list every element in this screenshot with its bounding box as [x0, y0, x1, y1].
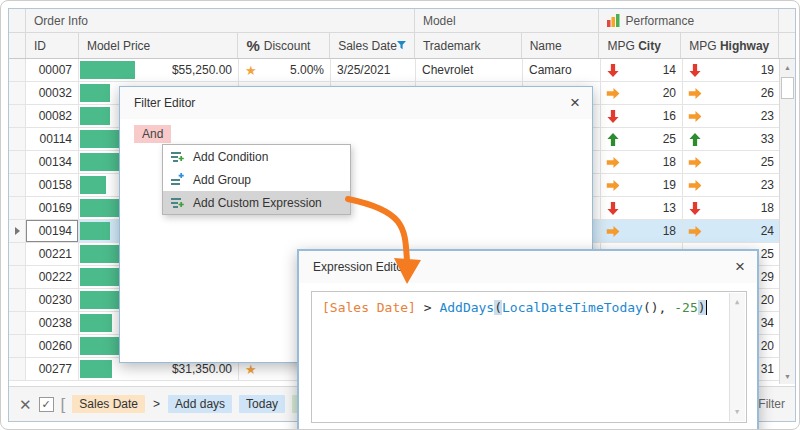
- cell-id[interactable]: 00134: [26, 151, 79, 173]
- cell-id[interactable]: 00114: [26, 128, 79, 150]
- cell-id[interactable]: 00221: [26, 243, 79, 265]
- filter-chip-op[interactable]: >: [152, 395, 161, 413]
- vertical-scrollbar[interactable]: ▲ ▼: [779, 59, 795, 384]
- band-performance[interactable]: Performance: [599, 9, 779, 32]
- expression-scrollbar[interactable]: ▲ ▼: [729, 293, 745, 421]
- discount-star-icon: ★: [245, 64, 257, 77]
- cell-mpg-highway[interactable]: 33: [683, 128, 781, 150]
- cell-name[interactable]: Camaro: [523, 59, 601, 81]
- cell-id[interactable]: 00277: [26, 358, 79, 380]
- scroll-thumb[interactable]: [781, 77, 794, 99]
- column-header-model-price[interactable]: Model Price: [79, 33, 239, 58]
- cell-id[interactable]: 00230: [26, 289, 79, 311]
- column-header-trademark[interactable]: Trademark: [415, 33, 522, 58]
- cell-id[interactable]: 00238: [26, 312, 79, 334]
- filter-enabled-checkbox[interactable]: ✓: [39, 397, 54, 412]
- cell-id[interactable]: 00082: [26, 105, 79, 127]
- cell-id[interactable]: 00194: [26, 220, 79, 242]
- row-indicator: [9, 335, 26, 357]
- price-data-bar: [80, 222, 110, 240]
- cell-trademark[interactable]: Chevrolet: [416, 59, 523, 81]
- menu-item-label: Add Group: [193, 173, 251, 187]
- filter-remove-icon[interactable]: ✕: [19, 397, 32, 412]
- cell-mpg-city[interactable]: 25: [601, 128, 683, 150]
- row-indicator: [9, 243, 26, 265]
- cell-mpg-highway[interactable]: 23: [683, 174, 781, 196]
- cell-mpg-city[interactable]: 19: [601, 174, 683, 196]
- cell-mpg-city[interactable]: 14: [601, 59, 683, 81]
- trend-up-arrow-icon: [607, 133, 619, 146]
- row-indicator: [9, 128, 26, 150]
- trend-right-arrow-icon: [689, 225, 702, 237]
- trend-down-arrow-icon: [607, 202, 619, 215]
- scroll-down-button[interactable]: ▼: [780, 368, 795, 384]
- expression-scroll-up-icon[interactable]: ▲: [730, 295, 744, 309]
- expression-token: ): [698, 300, 707, 315]
- cell-mpg-city[interactable]: 13: [601, 197, 683, 219]
- row-indicator: [9, 59, 26, 81]
- filter-chip-func[interactable]: Add days: [168, 395, 232, 413]
- cell-id[interactable]: 00158: [26, 174, 79, 196]
- menu-item-add-condition[interactable]: Add Condition: [163, 145, 350, 168]
- cell-mpg-highway[interactable]: 18: [683, 197, 781, 219]
- table-row[interactable]: 00007$55,250.00★5.00%3/25/2021ChevroletC…: [9, 59, 795, 82]
- trend-right-arrow-icon: [689, 110, 702, 122]
- cell-sales-date[interactable]: 3/25/2021: [331, 59, 416, 81]
- cell-id[interactable]: 00222: [26, 266, 79, 288]
- filter-editor-close-icon[interactable]: ×: [570, 94, 580, 111]
- trend-down-arrow-icon: [607, 64, 619, 77]
- cell-mpg-city[interactable]: 20: [601, 82, 683, 104]
- row-indicator: [9, 289, 26, 311]
- cell-discount[interactable]: ★5.00%: [239, 59, 331, 81]
- band-order-info[interactable]: Order Info: [26, 9, 415, 32]
- filter-chip-field[interactable]: Sales Date: [72, 395, 145, 413]
- column-header-id[interactable]: ID: [26, 33, 79, 58]
- cell-id[interactable]: 00032: [26, 82, 79, 104]
- trend-right-arrow-icon: [689, 156, 702, 168]
- column-header-name[interactable]: Name: [522, 33, 600, 58]
- cell-mpg-highway[interactable]: 24: [683, 220, 781, 242]
- trend-right-arrow-icon: [607, 156, 620, 168]
- menu-item-label: Add Custom Expression: [193, 196, 322, 210]
- cell-mpg-highway[interactable]: 23: [683, 105, 781, 127]
- filter-editor-context-menu: Add ConditionAdd GroupAdd Custom Express…: [162, 144, 351, 215]
- cell-id[interactable]: 00260: [26, 335, 79, 357]
- percent-icon: %: [246, 37, 259, 54]
- menu-item-add-group[interactable]: Add Group: [163, 168, 350, 191]
- header-id-label: ID: [34, 39, 46, 53]
- filter-panel-label[interactable]: Filter: [758, 397, 785, 411]
- expression-token: [Sales Date]: [322, 300, 416, 315]
- expression-editor-close-icon[interactable]: ×: [735, 258, 745, 275]
- cell-mpg-highway[interactable]: 26: [683, 82, 781, 104]
- column-header-discount[interactable]: %Discount: [238, 33, 330, 58]
- cell-mpg-city[interactable]: 18: [601, 220, 683, 242]
- cell-id[interactable]: 00007: [26, 59, 79, 81]
- expression-input[interactable]: [Sales Date] > AddDays(LocalDateTimeToda…: [311, 291, 747, 423]
- column-header-sales-date[interactable]: Sales Date: [330, 33, 415, 58]
- trend-down-arrow-icon: [607, 110, 619, 123]
- cell-mpg-city[interactable]: 16: [601, 105, 683, 127]
- row-indicator: [9, 151, 26, 173]
- expression-scroll-down-icon[interactable]: ▼: [730, 405, 744, 419]
- price-data-bar: [80, 314, 112, 332]
- column-filter-icon[interactable]: [397, 40, 406, 51]
- menu-item-add-custom-expression[interactable]: Add Custom Expression: [163, 191, 350, 214]
- expression-token: LocalDateTimeToday: [502, 300, 643, 315]
- cell-id[interactable]: 00169: [26, 197, 79, 219]
- band-order-info-label: Order Info: [34, 14, 88, 28]
- menu-item-label: Add Condition: [193, 150, 268, 164]
- cell-mpg-city[interactable]: 18: [601, 151, 683, 173]
- trend-down-arrow-icon: [689, 64, 701, 77]
- cell-model-price[interactable]: $55,250.00: [79, 59, 239, 81]
- scroll-up-button[interactable]: ▲: [780, 59, 795, 75]
- column-header-mpg-city[interactable]: MPG City: [599, 33, 681, 58]
- cell-mpg-highway[interactable]: 25: [683, 151, 781, 173]
- filter-chip-func[interactable]: Today: [239, 395, 285, 413]
- column-header-mpg-highway[interactable]: MPG Highway: [681, 33, 779, 58]
- row-indicator: [9, 197, 26, 219]
- header-trademark-label: Trademark: [423, 39, 481, 53]
- group-operator-and[interactable]: And: [134, 125, 171, 143]
- app-window: Order Info Model Performance ID Model Pr…: [0, 0, 800, 430]
- cell-mpg-highway[interactable]: 19: [683, 59, 781, 81]
- band-model[interactable]: Model: [415, 9, 600, 32]
